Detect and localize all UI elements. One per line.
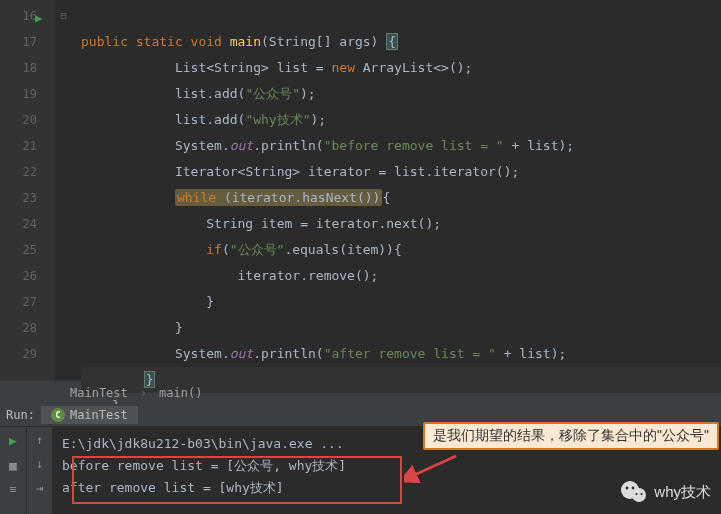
svg-point-4 — [632, 487, 635, 490]
keyword: public static void — [81, 34, 222, 49]
wrap-icon[interactable]: ⇥ — [36, 481, 43, 495]
annotation-callout: 是我们期望的结果，移除了集合中的"公众号" — [423, 422, 719, 450]
fold-toggle-icon[interactable]: ⊟ — [55, 3, 72, 29]
svg-point-3 — [626, 487, 629, 490]
fold-column: ⊟ — [55, 0, 73, 380]
console-line: before remove list = [公众号, why技术] — [62, 455, 711, 477]
line-gutter: ▶ 1617181920212223242526272829 — [0, 0, 55, 380]
keyword-while: while — [177, 190, 216, 205]
breadcrumb-method[interactable]: main() — [159, 386, 202, 400]
chevron-right-icon: › — [140, 386, 147, 400]
breadcrumb-class[interactable]: MainTest — [70, 386, 128, 400]
wechat-icon — [620, 480, 648, 504]
run-toolbar-left: ▶ ■ ≡ — [0, 427, 26, 514]
watermark-text: why技术 — [654, 483, 711, 502]
method-name: main — [230, 34, 261, 49]
down-icon[interactable]: ↓ — [36, 457, 43, 471]
run-tab-label: MainTest — [70, 408, 128, 422]
console-line: after remove list = [why技术] — [62, 477, 711, 499]
type: String — [269, 34, 316, 49]
watermark: why技术 — [620, 480, 711, 504]
run-label: Run: — [6, 408, 35, 422]
code-content[interactable]: public static void main(String[] args) {… — [73, 0, 721, 380]
rerun-icon[interactable]: ▶ — [9, 433, 17, 448]
svg-point-5 — [636, 493, 638, 495]
layout-icon[interactable]: ≡ — [10, 483, 17, 496]
svg-point-2 — [632, 488, 646, 502]
stop-icon[interactable]: ■ — [9, 458, 17, 473]
run-tab[interactable]: C MainTest — [41, 406, 138, 424]
code-editor[interactable]: ▶ 1617181920212223242526272829 ⊟ public … — [0, 0, 721, 380]
run-toolbar-right: ↑ ↓ ⇥ — [26, 427, 52, 514]
run-gutter-icon[interactable]: ▶ — [35, 5, 42, 31]
svg-point-6 — [641, 493, 643, 495]
class-icon: C — [51, 408, 65, 422]
up-icon[interactable]: ↑ — [36, 433, 43, 447]
